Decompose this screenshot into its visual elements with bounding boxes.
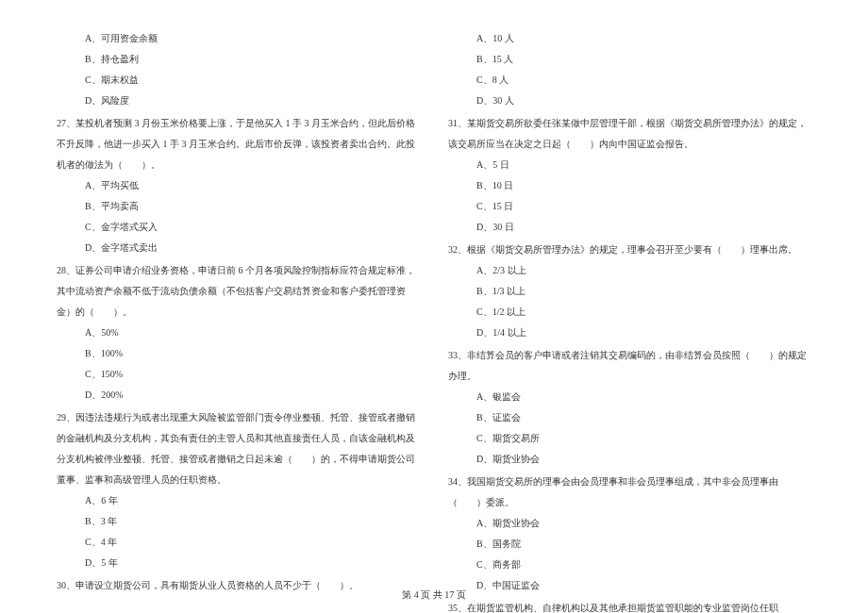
q32-option-d: D、1/4 以上: [448, 323, 811, 343]
q27-option-d: D、金字塔式卖出: [57, 238, 420, 258]
q30-option-c: C、8 人: [448, 70, 811, 91]
q32-option-b: B、1/3 以上: [448, 281, 811, 302]
q32-option-c: C、1/2 以上: [448, 302, 811, 323]
q33-option-a: A、银监会: [448, 387, 811, 407]
q26-option-c: C、期末权益: [57, 70, 420, 91]
q32-text: 32、根据《期货交易所管理办法》的规定，理事会召开至少要有（ ）理事出席。: [448, 240, 811, 260]
q26-option-d: D、风险度: [57, 91, 420, 111]
q28-option-d: D、200%: [57, 385, 420, 406]
q33-option-d: D、期货业协会: [448, 449, 811, 470]
q29-option-b: B、3 年: [57, 511, 420, 532]
right-column: A、10 人 B、15 人 C、8 人 D、30 人 31、某期货交易所欲委任张…: [448, 28, 811, 556]
q31-option-a: A、5 日: [448, 155, 811, 175]
q33-text: 33、非结算会员的客户申请或者注销其交易编码的，由非结算会员按照（ ）的规定办理…: [448, 345, 811, 387]
q28-option-b: B、100%: [57, 343, 420, 364]
q32-option-a: A、2/3 以上: [448, 260, 811, 281]
q31-option-b: B、10 日: [448, 175, 811, 196]
q26-option-b: B、持仓盈利: [57, 49, 420, 70]
q29-text: 29、因违法违规行为或者出现重大风险被监管部门责令停业整顿、托管、接管或者撤销的…: [57, 407, 420, 490]
q34-option-a: A、期货业协会: [448, 513, 811, 534]
q27-option-c: C、金字塔式买入: [57, 217, 420, 238]
q27-option-a: A、平均买低: [57, 175, 420, 196]
page-content: A、可用资金余额 B、持仓盈利 C、期末权益 D、风险度 27、某投机者预测 3…: [57, 28, 811, 556]
q27-option-b: B、平均卖高: [57, 196, 420, 217]
q27-text: 27、某投机者预测 3 月份玉米价格要上涨，于是他买入 1 手 3 月玉米合约，…: [57, 113, 420, 175]
q34-text: 34、我国期货交易所的理事会由会员理事和非会员理事组成，其中非会员理事由（ ）委…: [448, 472, 811, 513]
q30-option-a: A、10 人: [448, 28, 811, 49]
q33-option-b: B、证监会: [448, 407, 811, 428]
q30-option-d: D、30 人: [448, 91, 811, 111]
q29-option-d: D、5 年: [57, 553, 420, 573]
q28-option-a: A、50%: [57, 323, 420, 343]
q33-option-c: C、期货交易所: [448, 428, 811, 449]
q34-option-b: B、国务院: [448, 534, 811, 555]
q31-option-d: D、30 日: [448, 217, 811, 238]
q28-option-c: C、150%: [57, 364, 420, 385]
q29-option-c: C、4 年: [57, 532, 420, 553]
q31-option-c: C、15 日: [448, 196, 811, 217]
page-footer: 第 4 页 共 17 页: [0, 588, 868, 602]
q26-option-a: A、可用资金余额: [57, 28, 420, 49]
q31-text: 31、某期货交易所欲委任张某做中层管理干部，根据《期货交易所管理办法》的规定，该…: [448, 113, 811, 155]
q34-option-c: C、商务部: [448, 555, 811, 575]
left-column: A、可用资金余额 B、持仓盈利 C、期末权益 D、风险度 27、某投机者预测 3…: [57, 28, 420, 556]
q28-text: 28、证券公司申请介绍业务资格，申请日前 6 个月各项风险控制指标应符合规定标准…: [57, 260, 420, 323]
q29-option-a: A、6 年: [57, 490, 420, 511]
q30-option-b: B、15 人: [448, 49, 811, 70]
